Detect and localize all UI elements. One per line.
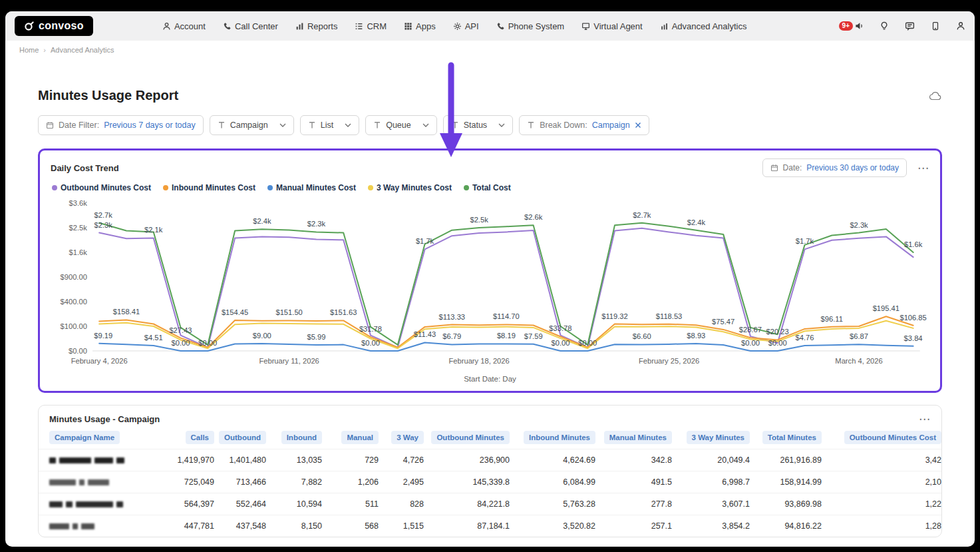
calendar-icon — [770, 164, 778, 172]
nav-item-call-center[interactable]: Call Center — [223, 21, 278, 31]
nav-label: Apps — [416, 21, 436, 31]
column-header[interactable]: Total Minutes — [762, 431, 822, 444]
svg-text:$5.99: $5.99 — [307, 333, 325, 341]
device-button[interactable] — [931, 21, 940, 31]
svg-text:$33.78: $33.78 — [549, 325, 572, 333]
nav-item-account[interactable]: Account — [162, 21, 206, 31]
notifications-button[interactable]: 9+ — [839, 21, 864, 31]
chat-button[interactable] — [905, 21, 915, 31]
svg-text:$2.4k: $2.4k — [253, 217, 271, 225]
legend-item-total[interactable]: Total Cost — [464, 183, 511, 192]
redacted-campaign-name — [49, 457, 156, 463]
table-cell: 511 — [322, 499, 379, 509]
nav-item-crm[interactable]: CRM — [355, 21, 387, 31]
table-cell: 3,520.82 — [510, 521, 595, 531]
column-header[interactable]: Outbound — [219, 431, 266, 444]
column-header[interactable]: Campaign Name — [49, 431, 120, 444]
svg-text:$4.76: $4.76 — [796, 334, 814, 342]
svg-text:$0.00: $0.00 — [69, 347, 87, 355]
export-cloud-button[interactable] — [929, 91, 942, 101]
table-row[interactable]: 1,419,9701,401,48013,0357294,726236,9004… — [39, 449, 941, 471]
tips-button[interactable] — [880, 21, 889, 31]
clear-icon[interactable] — [635, 122, 641, 129]
legend-item-manual[interactable]: Manual Minutes Cost — [267, 183, 356, 192]
table-row[interactable]: 725,049713,4667,8821,2062,495145,339.86,… — [39, 471, 941, 493]
table-cell: 1,515 — [379, 521, 424, 531]
svg-text:$195.41: $195.41 — [873, 304, 899, 312]
device-icon — [931, 21, 940, 31]
svg-text:$900.00: $900.00 — [61, 273, 87, 281]
table-cell: 236,900 — [424, 455, 510, 465]
svg-text:$75.47: $75.47 — [712, 318, 735, 326]
table-cell: 828 — [379, 499, 424, 509]
legend-item-outbound[interactable]: Outbound Minutes Cost — [52, 183, 151, 192]
table-cell: 564,397 — [156, 499, 214, 509]
legend-item-3way[interactable]: 3 Way Minutes Cost — [368, 183, 452, 192]
legend-label: 3 Way Minutes Cost — [377, 183, 452, 192]
table-cell: 8,150 — [266, 521, 322, 531]
svg-text:$20.23: $20.23 — [766, 328, 789, 336]
legend-dot — [52, 185, 57, 190]
table-cell: 447,781 — [156, 521, 214, 531]
svg-text:$27.43: $27.43 — [169, 326, 192, 334]
nav-item-api[interactable]: API — [453, 21, 479, 31]
svg-text:$0.00: $0.00 — [741, 339, 760, 347]
status-filter-dropdown[interactable]: Status — [443, 115, 513, 135]
chart-more-menu[interactable]: ⋯ — [917, 162, 929, 174]
filter-icon — [308, 121, 316, 129]
table-header-row: Campaign NameCallsOutboundInboundManual3… — [39, 425, 941, 449]
column-header[interactable]: Outbound Minutes — [431, 431, 510, 444]
table-cell: 5,763.28 — [510, 499, 595, 509]
campaign-filter-dropdown[interactable]: Campaign — [210, 115, 294, 135]
profile-button[interactable] — [956, 21, 965, 31]
legend-dot — [464, 185, 469, 190]
svg-text:$151.50: $151.50 — [275, 309, 302, 317]
svg-text:February 4, 2026: February 4, 2026 — [71, 357, 128, 365]
list-filter-dropdown[interactable]: List — [300, 115, 359, 135]
table-cell: 1,28 — [822, 521, 941, 531]
legend-item-inbound[interactable]: Inbound Minutes Cost — [163, 183, 255, 192]
column-header[interactable]: 3 Way Minutes — [687, 431, 750, 444]
legend-label: Total Cost — [472, 183, 511, 192]
nav-label: Advanced Analytics — [672, 21, 747, 31]
table-cell: 6,084.99 — [510, 477, 595, 487]
notification-badge: 9+ — [839, 21, 853, 31]
svg-text:$158.41: $158.41 — [113, 308, 140, 316]
column-header[interactable]: Manual — [341, 431, 379, 444]
column-header[interactable]: Inbound Minutes — [524, 431, 595, 444]
column-header[interactable]: Manual Minutes — [604, 431, 672, 444]
svg-text:$119.32: $119.32 — [601, 312, 628, 320]
phone-icon — [223, 22, 232, 31]
nav-item-virtual-agent[interactable]: Virtual Agent — [581, 21, 642, 31]
chart-date-control[interactable]: Date: Previous 30 days or today — [762, 158, 907, 177]
svg-text:$8.19: $8.19 — [497, 332, 516, 340]
table-row[interactable]: 447,781437,5488,1505681,51587,184.13,520… — [39, 515, 941, 537]
table-more-menu[interactable]: ⋯ — [919, 414, 931, 425]
nav-item-advanced-analytics[interactable]: Advanced Analytics — [660, 21, 747, 31]
date-filter-control[interactable]: Date Filter: Previous 7 days or today — [38, 115, 204, 135]
nav-item-phone-system[interactable]: Phone System — [496, 21, 565, 31]
daily-cost-trend-chart[interactable]: $0.00$100.00$400.00$900.00$1.6k$2.5k$3.6… — [51, 195, 929, 375]
svg-text:$2.7k: $2.7k — [94, 211, 113, 219]
column-header[interactable]: Inbound — [281, 431, 322, 444]
convoso-logo[interactable]: convoso — [15, 16, 93, 36]
column-header[interactable]: 3 Way — [391, 431, 424, 444]
chevron-down-icon — [279, 123, 286, 127]
queue-filter-dropdown[interactable]: Queue — [365, 115, 437, 135]
svg-text:$2.3k: $2.3k — [94, 221, 113, 229]
analytics-icon — [660, 22, 669, 31]
table-cell: 342.8 — [595, 455, 672, 465]
svg-text:$0.00: $0.00 — [172, 339, 190, 347]
column-header[interactable]: Calls — [186, 431, 215, 444]
nav-item-apps[interactable]: Apps — [404, 21, 436, 31]
table-cell: 725,049 — [156, 477, 214, 487]
table-row[interactable]: 564,397552,46410,59451182884,221.85,763.… — [39, 493, 941, 515]
breadcrumb-home[interactable]: Home — [19, 46, 39, 54]
breakdown-control[interactable]: Break Down: Campaign — [519, 115, 649, 135]
gear-icon — [453, 22, 462, 31]
table-cell: 3,854.2 — [672, 521, 750, 531]
minutes-usage-table-card: Minutes Usage - Campaign ⋯ Campaign Name… — [38, 405, 942, 537]
svg-text:$1.6k: $1.6k — [904, 240, 923, 248]
column-header[interactable]: Outbound Minutes Cost — [844, 431, 941, 444]
nav-item-reports[interactable]: Reports — [295, 21, 338, 31]
